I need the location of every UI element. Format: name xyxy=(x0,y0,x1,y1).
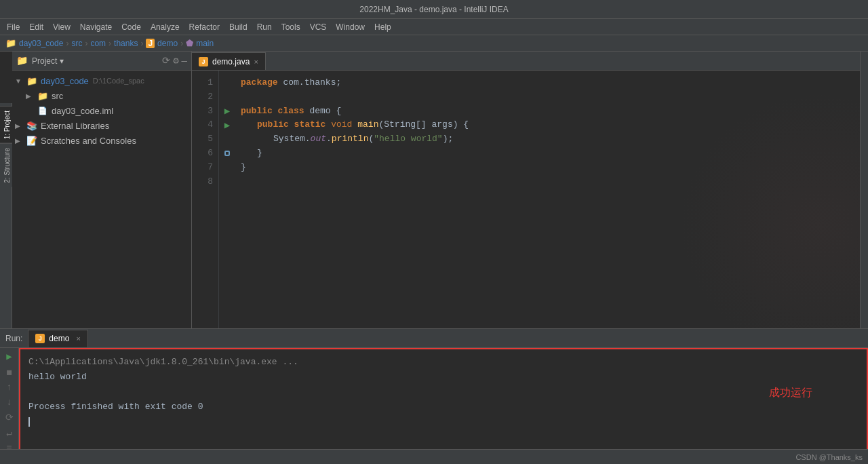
code-line-1: package com.thanks; xyxy=(241,76,860,90)
breadcrumb-src[interactable]: src xyxy=(71,39,82,48)
outer-vtabs: 1: Project 2: Structure xyxy=(0,103,12,328)
project-tree: ▼ 📁 day03_code D:\1Code_spac ▶ 📁 src ▶ 📄… xyxy=(12,71,191,328)
breadcrumb-com[interactable]: com xyxy=(90,39,106,48)
breadcrumb-main[interactable]: main xyxy=(196,39,214,48)
menu-window[interactable]: Window xyxy=(332,21,369,33)
tree-item-day03[interactable]: ▼ 📁 day03_code D:\1Code_spac xyxy=(12,73,191,88)
editor-tab-demo[interactable]: J demo.java × xyxy=(192,52,266,70)
code-line-4: public static void main(String[] args) { xyxy=(241,118,860,132)
menu-edit[interactable]: Edit xyxy=(25,21,47,33)
menu-file[interactable]: File xyxy=(3,21,24,33)
gutter-5 xyxy=(219,132,235,147)
breadcrumb-thanks[interactable]: thanks xyxy=(114,39,138,48)
status-credit: CSDN @Thanks_ks xyxy=(795,453,863,461)
breadcrumb-demo[interactable]: demo xyxy=(157,39,178,48)
line-numbers: 1 2 3 4 5 6 7 8 xyxy=(192,71,219,328)
tree-item-scratches[interactable]: ▶ 📝 Scratches and Consoles xyxy=(12,133,191,148)
scroll-down-button[interactable]: ↓ xyxy=(3,397,16,408)
line-num-6: 6 xyxy=(192,147,218,161)
tree-label-src: src xyxy=(52,91,63,101)
tree-sublabel-day03: D:\1Code_spac xyxy=(93,77,144,85)
vtab-structure[interactable]: 2: Structure xyxy=(0,143,12,187)
run-arrow-3: ▶ xyxy=(224,105,230,117)
menu-help[interactable]: Help xyxy=(370,21,395,33)
bottom-content: ▶ ◼ ↑ ↓ ⟳ ↵ ≡ ⇅ 🖨 📌 C:\1Applications\Jav… xyxy=(0,348,868,464)
breadcrumb-main-icon: ⬟ xyxy=(186,38,193,48)
vtab-project[interactable]: 1: Project xyxy=(0,106,12,143)
library-icon: 📚 xyxy=(26,119,38,132)
bookmark-icon xyxy=(224,151,230,156)
menu-run[interactable]: Run xyxy=(253,21,276,33)
gutter: ▶ ▶ xyxy=(219,71,235,328)
menu-view[interactable]: View xyxy=(49,21,75,33)
code-line-3: public class demo { xyxy=(241,104,860,119)
bottom-tab-demo[interactable]: J demo × xyxy=(28,330,87,347)
code-content[interactable]: package com.thanks; public class demo { … xyxy=(235,71,860,328)
project-panel-title: Project ▾ xyxy=(32,56,158,66)
code-line-5: System.out.println("hello world"); xyxy=(241,132,860,147)
bottom-tab-icon: J xyxy=(35,334,45,343)
settings-icon[interactable]: ⚙ xyxy=(173,55,178,66)
line-num-8: 8 xyxy=(192,175,218,189)
expand-arrow-scratches: ▶ xyxy=(15,137,26,144)
refresh-button[interactable]: ⟳ xyxy=(3,412,16,423)
editor-tabs: J demo.java × xyxy=(192,52,860,71)
minimize-icon[interactable]: — xyxy=(182,56,187,66)
tree-item-extlibs[interactable]: ▶ 📚 External Libraries xyxy=(12,118,191,133)
sync-icon[interactable]: ⟳ xyxy=(162,55,170,66)
run-arrow-4: ▶ xyxy=(224,119,230,131)
stop-button[interactable]: ◼ xyxy=(3,366,16,378)
menu-bar: File Edit View Navigate Code Analyze Ref… xyxy=(0,19,868,35)
gutter-7 xyxy=(219,161,235,175)
line-num-2: 2 xyxy=(192,90,218,104)
menu-build[interactable]: Build xyxy=(225,21,252,33)
gutter-4-run[interactable]: ▶ xyxy=(219,118,235,132)
project-panel-header: 📁 Project ▾ ⟳ ⚙ — xyxy=(12,52,191,71)
tree-label-iml: day03_code.iml xyxy=(52,106,113,116)
gutter-1 xyxy=(219,76,235,90)
code-line-8 xyxy=(241,175,860,189)
code-editor[interactable]: 1 2 3 4 5 6 7 8 ▶ ▶ xyxy=(192,71,860,328)
tree-label-extlibs: External Libraries xyxy=(41,121,109,131)
line-num-5: 5 xyxy=(192,132,218,147)
menu-navigate[interactable]: Navigate xyxy=(76,21,116,33)
code-line-6: } xyxy=(241,147,860,161)
tree-item-src[interactable]: ▶ 📁 src xyxy=(12,88,191,103)
menu-analyze[interactable]: Analyze xyxy=(146,21,184,33)
breadcrumb-demo-icon: J xyxy=(146,39,155,48)
bottom-left-controls: ▶ ◼ ↑ ↓ ⟳ ↵ ≡ ⇅ 🖨 📌 xyxy=(0,348,19,464)
iml-icon: 📄 xyxy=(37,104,49,117)
gutter-2 xyxy=(219,90,235,104)
breadcrumb-folder-icon: 📁 xyxy=(5,38,16,48)
success-annotation: 成功运行 xyxy=(769,383,812,402)
line-num-4: 4 xyxy=(192,118,218,132)
project-panel: 📁 Project ▾ ⟳ ⚙ — ▼ 📁 day03_code D:\1Cod… xyxy=(12,52,192,328)
bottom-tab-close[interactable]: × xyxy=(76,334,80,343)
tree-item-iml[interactable]: ▶ 📄 day03_code.iml xyxy=(12,103,191,118)
menu-vcs[interactable]: VCS xyxy=(306,21,331,33)
tab-close-demo[interactable]: × xyxy=(254,58,258,66)
content-area: 1: Project 2: Structure 📁 Project ▾ ⟳ ⚙ … xyxy=(0,52,868,328)
run-label: Run: xyxy=(5,334,22,343)
status-bar: CSDN @Thanks_ks xyxy=(0,449,868,464)
src-folder-icon: 📁 xyxy=(37,90,49,102)
scroll-up-button[interactable]: ↑ xyxy=(3,382,16,393)
breadcrumb-day03[interactable]: day03_code xyxy=(19,39,63,48)
wrap-button[interactable]: ↵ xyxy=(3,427,16,439)
bottom-tabs: Run: J demo × xyxy=(0,329,868,348)
panel-header-icons: ⟳ ⚙ — xyxy=(162,55,187,66)
console-output[interactable]: C:\1Applications\Java\jdk1.8.0_261\bin\j… xyxy=(19,348,868,464)
menu-code[interactable]: Code xyxy=(117,21,145,33)
editor-area: J demo.java × 1 2 3 4 5 6 7 8 xyxy=(192,52,860,328)
menu-refactor[interactable]: Refactor xyxy=(185,21,224,33)
gutter-3-run[interactable]: ▶ xyxy=(219,104,235,119)
app-title: 2022HM_Java - demo.java - IntelliJ IDEA xyxy=(359,5,508,14)
bottom-panel: Run: J demo × ▶ ◼ ↑ ↓ ⟳ ↵ ≡ ⇅ 🖨 📌 xyxy=(0,328,868,464)
main-layout: 1: Project 2: Structure 📁 Project ▾ ⟳ ⚙ … xyxy=(0,52,868,464)
console-line-2: hello world xyxy=(28,370,859,385)
menu-tools[interactable]: Tools xyxy=(277,21,304,33)
play-button[interactable]: ▶ xyxy=(3,351,16,362)
tree-label-day03: day03_code xyxy=(41,76,89,86)
expand-arrow-src: ▶ xyxy=(26,92,37,100)
gutter-6-bookmark xyxy=(219,147,235,161)
